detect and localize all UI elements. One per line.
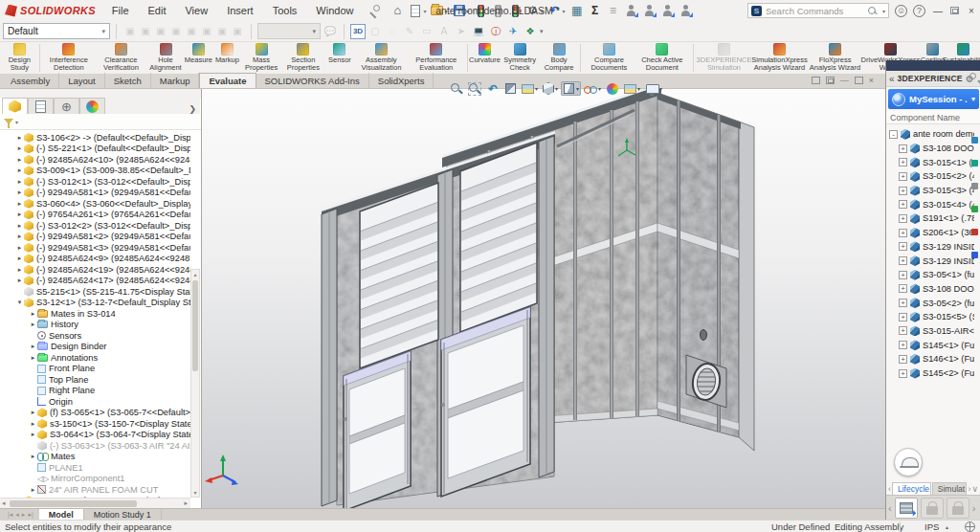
3d-markup-icon[interactable]: 3D: [350, 24, 366, 39]
flow-tabs-collapse-icon[interactable]: ∨: [971, 484, 978, 495]
component-item[interactable]: +S3-108 DOOR &: [886, 282, 974, 297]
doc-minimize2-icon[interactable]: —: [840, 76, 849, 85]
clearance-verification-button[interactable]: Clearance Verification: [95, 42, 146, 74]
tree-item[interactable]: ▸Annotations: [0, 352, 190, 364]
component-item[interactable]: +S145<2> (Full H: [886, 366, 974, 381]
dropdown-caret-icon[interactable]: ▾: [598, 85, 601, 92]
sensor-button[interactable]: Sensor: [325, 42, 354, 74]
body-compare-button[interactable]: Body Compare: [541, 42, 577, 74]
lifecycle-right-icon[interactable]: ›: [972, 502, 976, 514]
tab-lifecycle[interactable]: Lifecycle: [892, 482, 931, 495]
annotation-views-button[interactable]: ▾: [520, 81, 540, 97]
expand-arrow-icon[interactable]: ▸: [15, 277, 24, 284]
component-item[interactable]: +S3-015-AIR<1>: [886, 324, 974, 339]
tree-item[interactable]: ▸(-) 92949A581<3> (92949A581<<Default>_D…: [0, 242, 190, 254]
expand-box-icon[interactable]: +: [899, 299, 907, 307]
tab-markup[interactable]: Markup: [151, 73, 200, 88]
panel-tool-icon-4[interactable]: [971, 206, 978, 212]
expand-arrow-icon[interactable]: ▸: [29, 486, 37, 494]
search-caret-icon[interactable]: ▾: [882, 8, 885, 14]
component-item[interactable]: +S3-05<2> (full y: [886, 296, 974, 310]
expand-arrow-icon[interactable]: ▸: [29, 343, 37, 350]
close-button[interactable]: ×: [965, 6, 978, 16]
component-item[interactable]: +S206<1> (36"-n: [886, 226, 974, 240]
snapshot-laptop-icon[interactable]: 💻: [471, 24, 486, 39]
markup-button[interactable]: Markup: [212, 42, 241, 74]
zoom-fit-button[interactable]: [448, 81, 465, 97]
panel-expand-icon[interactable]: ❯: [189, 104, 200, 114]
zoom-area-button[interactable]: [466, 81, 483, 97]
component-item[interactable]: -ante room demo (De: [886, 127, 974, 142]
flow-tabs-left-icon[interactable]: ‹: [888, 484, 891, 495]
tree-item[interactable]: ▸S3-064<1> (S3-064-7<Display State-2>): [0, 430, 190, 441]
expand-arrow-icon[interactable]: ▸: [29, 354, 37, 362]
panel-tool-icon-3[interactable]: [971, 183, 978, 189]
doc-minimize-icon[interactable]: [812, 77, 820, 84]
xpress-user-4-button[interactable]: [678, 3, 695, 18]
expand-box-icon[interactable]: +: [899, 369, 907, 378]
assistant-helmet-button[interactable]: [894, 448, 923, 477]
expand-box-icon[interactable]: +: [899, 229, 907, 237]
document-info-icon[interactable]: ⓘ: [488, 24, 503, 39]
toolbar-overflow-caret-icon[interactable]: ▾: [540, 28, 544, 35]
component-item[interactable]: +S3-129 INSIDE: [886, 240, 974, 255]
filter-icon[interactable]: [4, 119, 13, 124]
search-icon[interactable]: [867, 6, 878, 16]
tree-item[interactable]: (-) S3-063<1> (S3-063-3 AIR "24 AIR"): [0, 440, 190, 452]
hide-show-items-button[interactable]: ▾: [582, 81, 603, 97]
component-item[interactable]: +S3-05<1> (full y: [886, 268, 974, 282]
tree-item[interactable]: Right Plane: [0, 386, 190, 397]
component-item[interactable]: +S3-015<5> (S3-: [886, 310, 974, 324]
session-caret-icon[interactable]: ▾: [971, 95, 975, 103]
menu-edit[interactable]: Edit: [140, 3, 175, 18]
tree-item[interactable]: ▸S3-060<4> (S3-060<<Default>_Display Sta…: [0, 198, 190, 210]
unit-system-selector[interactable]: IPS: [924, 521, 939, 532]
tree-item[interactable]: ▸S3-009<1> (S3-009-38.85<<Default>_Displ…: [0, 166, 190, 177]
tree-item[interactable]: ▸Design Binder: [0, 342, 190, 353]
symmetry-check-button[interactable]: Symmetry Check: [499, 42, 540, 74]
tab-solidworks-add-ins[interactable]: SOLIDWORKS Add-Ins: [256, 73, 369, 88]
share-world-icon[interactable]: ✈: [505, 24, 521, 39]
component-item[interactable]: +S3-015<3> (42": [886, 184, 974, 198]
expand-arrow-icon[interactable]: ▸: [15, 233, 24, 240]
scroll-right-icon[interactable]: ▸: [184, 499, 188, 507]
search-commands-box[interactable]: S Search Commands ▾: [747, 3, 889, 18]
scroll-left-icon[interactable]: ◂: [2, 499, 6, 507]
expand-box-icon[interactable]: +: [899, 172, 907, 181]
help-icon[interactable]: ?: [913, 5, 925, 17]
display-style-button[interactable]: ▾: [561, 81, 581, 96]
expand-box-icon[interactable]: +: [899, 144, 907, 153]
measure-button[interactable]: Measure: [184, 42, 212, 74]
doc-restore-icon[interactable]: [826, 77, 835, 84]
expand-box-icon[interactable]: +: [899, 214, 907, 223]
expand-arrow-icon[interactable]: ▸: [15, 255, 24, 262]
mysession-bar[interactable]: MySession - ... ▾: [888, 89, 979, 109]
tab-configuration-manager[interactable]: ⊕: [54, 98, 79, 114]
next-tab-icon[interactable]: ▸: [22, 511, 26, 519]
tree-item[interactable]: ▸History: [0, 320, 190, 331]
apply-scene-button[interactable]: ▾: [622, 81, 642, 97]
expand-box-icon[interactable]: +: [899, 242, 907, 251]
tree-item[interactable]: ◁▷MirrorComponent1: [0, 474, 190, 485]
minimize-button[interactable]: —: [931, 6, 945, 16]
prev-tab-icon[interactable]: ◂: [15, 511, 19, 519]
assembly-visualization-button[interactable]: Assembly Visualization: [354, 42, 409, 74]
tree-item[interactable]: ▸(-) S3-012<2> (S3-012<<Default>_Display…: [0, 220, 190, 232]
dropdown-caret-icon[interactable]: ▾: [637, 85, 640, 92]
component-item[interactable]: +S3-129 INSIDE: [886, 254, 974, 268]
tree-item[interactable]: ▸s3-150<1> (S3-150-7<Display State-8>): [0, 418, 190, 430]
tab-assembly[interactable]: Assembly: [2, 73, 59, 88]
account-icon[interactable]: ☺: [895, 5, 907, 17]
expand-arrow-icon[interactable]: ▸: [15, 200, 24, 208]
expand-arrow-icon[interactable]: ▸: [15, 211, 24, 218]
expand-box-icon[interactable]: -: [889, 130, 898, 139]
doc-maximize-icon[interactable]: [855, 77, 863, 84]
component-item[interactable]: +S3-015<2> (42": [886, 169, 974, 184]
tree-item[interactable]: ▸(-) S3-012<1> (S3-012<<Default>_Display…: [0, 176, 190, 188]
tab-solidxperts[interactable]: SolidXperts: [369, 73, 434, 88]
expand-arrow-icon[interactable]: ▸: [29, 453, 37, 460]
tree-item[interactable]: ▸(-) 92485A624<19> (92485A624<<92485A624…: [0, 264, 190, 276]
doc-close-icon[interactable]: ×: [869, 76, 874, 85]
check-active-document-button[interactable]: Check Active Document▾: [635, 42, 690, 74]
expand-arrow-icon[interactable]: ▸: [15, 134, 24, 142]
